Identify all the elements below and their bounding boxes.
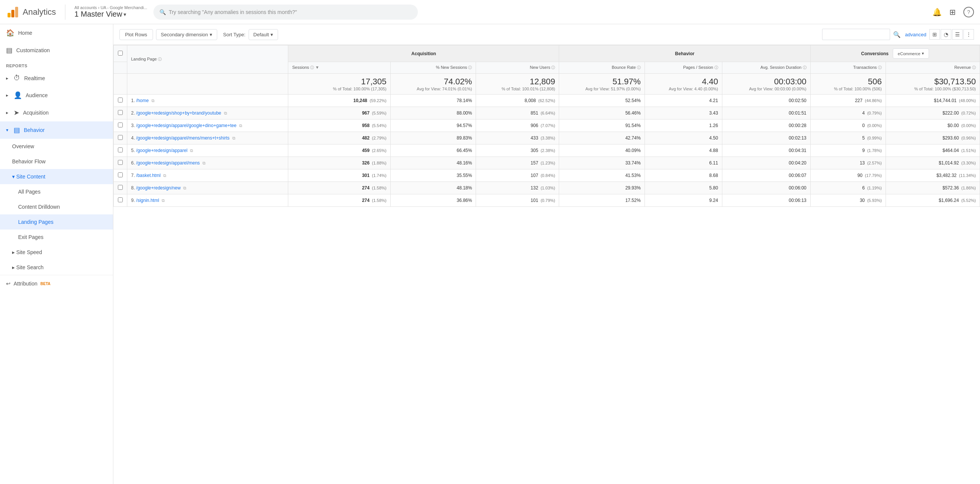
new-users-header[interactable]: New Users ⓘ [476, 62, 559, 74]
page-link[interactable]: /google+redesign/apparel/mens [136, 160, 199, 166]
revenue-help-icon[interactable]: ⓘ [972, 65, 976, 70]
sidebar-item-site-speed[interactable]: ▸ Site Speed [0, 244, 113, 260]
pages-session-help-icon[interactable]: ⓘ [714, 65, 718, 70]
row-checkbox[interactable] [118, 160, 123, 165]
sidebar-item-all-pages[interactable]: All Pages [0, 184, 113, 199]
row-checkbox-cell[interactable] [114, 120, 127, 132]
sidebar-behavior-flow-label: Behavior Flow [12, 158, 46, 165]
row-checkbox[interactable] [118, 135, 123, 140]
avg-session-header[interactable]: Avg. Session Duration ⓘ [722, 62, 810, 74]
row-checkbox-cell[interactable] [114, 132, 127, 144]
transactions-help-icon[interactable]: ⓘ [878, 65, 882, 70]
page-link[interactable]: /google+redesign/shop+by+brand/youtube [136, 110, 221, 116]
copy-icon[interactable]: ⧉ [163, 173, 166, 178]
copy-icon[interactable]: ⧉ [151, 98, 154, 103]
row-transactions: 6 (1.19%) [810, 182, 886, 194]
sessions-header[interactable]: Sessions ⓘ ▼ [288, 62, 391, 74]
landing-page-help-icon[interactable]: ⓘ [158, 57, 162, 61]
row-checkbox-cell[interactable] [114, 94, 127, 107]
plot-rows-button[interactable]: Plot Rows [119, 29, 153, 40]
row-checkbox-cell[interactable] [114, 107, 127, 120]
sessions-help-icon[interactable]: ⓘ [310, 65, 314, 70]
sidebar-item-landing-pages[interactable]: Landing Pages [0, 214, 113, 230]
row-checkbox-cell[interactable] [114, 144, 127, 157]
page-link[interactable]: /google+redesign/new [136, 185, 181, 190]
sidebar-item-behavior[interactable]: ▾ ▤ Behavior [0, 121, 113, 139]
row-checkbox[interactable] [118, 147, 123, 152]
bounce-rate-help-icon[interactable]: ⓘ [637, 65, 641, 70]
row-checkbox-cell[interactable] [114, 169, 127, 182]
page-link[interactable]: /google+redesign/apparel/mens/mens+t+shi… [136, 135, 229, 141]
row-page-cell: 5. /google+redesign/apparel ⧉ [127, 144, 288, 157]
copy-icon[interactable]: ⧉ [232, 136, 235, 140]
ecommerce-dropdown[interactable]: eCommerce ▾ [893, 48, 929, 59]
sidebar-item-home[interactable]: 🏠 Home [0, 24, 113, 42]
sessions-value: 958 [362, 123, 369, 128]
copy-icon[interactable]: ⧉ [202, 161, 205, 165]
table-search-input[interactable] [822, 29, 890, 40]
table-search-button[interactable]: 🔍 [893, 31, 900, 38]
select-all-header[interactable] [114, 45, 127, 62]
row-avg-session: 00:02:13 [722, 132, 810, 144]
copy-icon[interactable]: ⧉ [224, 111, 227, 115]
advanced-link[interactable]: advanced [905, 32, 926, 37]
secondary-dimension-dropdown[interactable]: Secondary dimension ▾ [156, 29, 217, 40]
copy-icon[interactable]: ⧉ [190, 148, 193, 153]
help-icon[interactable]: ? [963, 7, 974, 18]
row-checkbox[interactable] [118, 173, 123, 177]
select-all-checkbox[interactable] [118, 51, 123, 56]
new-users-help-icon[interactable]: ⓘ [551, 65, 555, 70]
pie-view-button[interactable]: ◔ [941, 29, 951, 40]
sessions-pct: (59.22%) [369, 98, 387, 103]
pages-session-header[interactable]: Pages / Session ⓘ [644, 62, 722, 74]
row-checkbox-cell[interactable] [114, 157, 127, 169]
more-view-button[interactable]: ⋮ [963, 29, 974, 40]
pct-new-sessions-header[interactable]: % New Sessions ⓘ [391, 62, 476, 74]
transactions-header[interactable]: Transactions ⓘ [810, 62, 886, 74]
global-search-bar[interactable]: 🔍 Try searching "Any anomalies in sessio… [153, 5, 418, 20]
bounce-rate-header[interactable]: Bounce Rate ⓘ [559, 62, 644, 74]
table-view-button[interactable]: ⊞ [929, 29, 940, 40]
table-row: 7. /basket.html ⧉ 301 (1.74%) 35.55% 107… [114, 169, 980, 182]
copy-icon[interactable]: ⧉ [239, 123, 242, 128]
copy-icon[interactable]: ⧉ [183, 186, 186, 190]
sessions-sort-icon[interactable]: ▼ [315, 65, 319, 70]
row-checkbox[interactable] [118, 123, 123, 128]
sidebar-item-acquisition[interactable]: ▸ ➤ Acquisition [0, 104, 113, 121]
row-checkbox[interactable] [118, 197, 123, 202]
sidebar-item-overview[interactable]: Overview [0, 139, 113, 154]
page-link[interactable]: /google+redesign/apparel [136, 148, 188, 153]
avg-session-help-icon[interactable]: ⓘ [803, 65, 807, 70]
page-link[interactable]: /home [136, 98, 148, 103]
sidebar-item-exit-pages[interactable]: Exit Pages [0, 230, 113, 244]
apps-icon[interactable]: ⊞ [950, 8, 956, 17]
sort-type-dropdown[interactable]: Default ▾ [248, 29, 278, 40]
row-checkbox[interactable] [118, 185, 123, 190]
copy-icon[interactable]: ⧉ [162, 198, 165, 203]
page-link[interactable]: /signin.html [136, 198, 159, 203]
notification-icon[interactable]: 🔔 [932, 8, 942, 17]
revenue-header[interactable]: Revenue ⓘ [886, 62, 980, 74]
page-link[interactable]: /basket.html [136, 173, 161, 178]
list-view-button[interactable]: ☰ [952, 29, 963, 40]
pct-new-help-icon[interactable]: ⓘ [468, 65, 472, 70]
page-link[interactable]: /google+redesign/apparel/google+dino+gam… [136, 123, 237, 128]
row-pct-new: 48.16% [391, 157, 476, 169]
row-checkbox[interactable] [118, 110, 123, 115]
sidebar-item-content-drilldown[interactable]: Content Drilldown [0, 199, 113, 214]
row-new-users: 157 (1.23%) [476, 157, 559, 169]
row-checkbox-cell[interactable] [114, 182, 127, 194]
sidebar-item-site-content[interactable]: ▾ Site Content [0, 169, 113, 184]
sidebar-item-realtime[interactable]: ▸ ⏱ Realtime [0, 70, 113, 86]
row-pages-session: 9.24 [644, 194, 722, 207]
sidebar-item-customization[interactable]: ▤ Customization [0, 42, 113, 59]
total-revenue-value: $30,713.50 [890, 77, 976, 86]
row-checkbox[interactable] [118, 97, 123, 102]
sidebar-item-behavior-flow[interactable]: Behavior Flow [0, 154, 113, 169]
sidebar-item-site-search[interactable]: ▸ Site Search [0, 260, 113, 275]
sidebar-item-attribution[interactable]: ↩ Attribution BETA [0, 275, 113, 292]
view-selector[interactable]: 1 Master View ▾ [75, 10, 147, 19]
row-checkbox-cell[interactable] [114, 194, 127, 207]
total-label-cell [127, 74, 288, 94]
sidebar-item-audience[interactable]: ▸ 👤 Audience [0, 86, 113, 104]
